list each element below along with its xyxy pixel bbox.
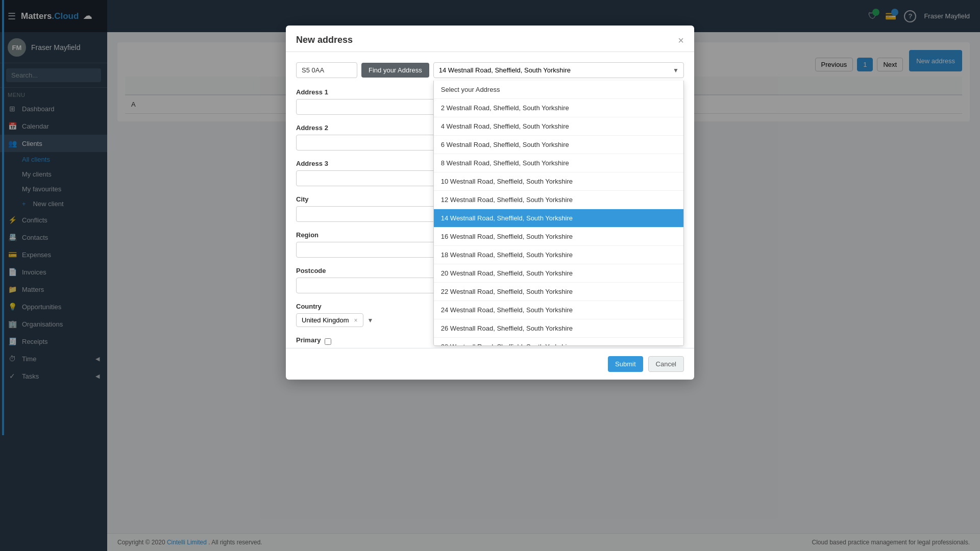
country-value: United Kingdom — [302, 316, 349, 324]
new-address-modal: New address × Find your Address Select y… — [286, 26, 694, 380]
dropdown-item-addr-20[interactable]: 20 Westnall Road, Sheffield, South Yorks… — [434, 264, 683, 283]
modal-body: Find your Address Select your Address 14… — [286, 52, 694, 348]
dropdown-item-addr-24[interactable]: 24 Westnall Road, Sheffield, South Yorks… — [434, 301, 683, 319]
modal-header: New address × — [286, 26, 694, 52]
dropdown-item-addr-18[interactable]: 18 Westnall Road, Sheffield, South Yorks… — [434, 246, 683, 264]
address-finder: Find your Address Select your Address 14… — [296, 62, 684, 78]
primary-label: Primary — [296, 336, 321, 344]
address-dropdown-list: Select your Address2 Westnall Road, Shef… — [433, 81, 684, 346]
primary-checkbox[interactable] — [325, 338, 331, 345]
dropdown-arrow-icon: ▼ — [368, 317, 374, 324]
dropdown-item-addr-22[interactable]: 22 Westnall Road, Sheffield, South Yorks… — [434, 283, 683, 301]
modal-title: New address — [296, 35, 353, 45]
submit-button[interactable]: Submit — [608, 356, 643, 372]
dropdown-item-addr-4[interactable]: 4 Westnall Road, Sheffield, South Yorksh… — [434, 117, 683, 136]
address-select[interactable]: Select your Address 14 Westnall Road, Sh… — [433, 62, 684, 78]
dropdown-item-addr-12[interactable]: 12 Westnall Road, Sheffield, South Yorks… — [434, 191, 683, 209]
postcode-input[interactable] — [296, 62, 357, 78]
cancel-button[interactable]: Cancel — [648, 356, 684, 372]
dropdown-item-addr-14[interactable]: 14 Westnall Road, Sheffield, South Yorks… — [434, 209, 683, 228]
country-remove-icon[interactable]: × — [354, 317, 358, 324]
dropdown-item-addr-16[interactable]: 16 Westnall Road, Sheffield, South Yorks… — [434, 228, 683, 246]
dropdown-item-addr-28[interactable]: 28 Westnall Road, Sheffield, South Yorks… — [434, 338, 683, 346]
dropdown-item-addr-2[interactable]: 2 Westnall Road, Sheffield, South Yorksh… — [434, 99, 683, 117]
country-badge[interactable]: United Kingdom × — [296, 313, 363, 327]
address-select-wrapper: Select your Address 14 Westnall Road, Sh… — [433, 62, 684, 78]
dropdown-item-addr-8[interactable]: 8 Westnall Road, Sheffield, South Yorksh… — [434, 154, 683, 172]
dropdown-item-addr-26[interactable]: 26 Westnall Road, Sheffield, South Yorks… — [434, 319, 683, 338]
dropdown-item-addr-6[interactable]: 6 Westnall Road, Sheffield, South Yorksh… — [434, 136, 683, 154]
modal-close-button[interactable]: × — [678, 35, 684, 45]
dropdown-item-select-placeholder[interactable]: Select your Address — [434, 81, 683, 99]
find-address-button[interactable]: Find your Address — [361, 63, 429, 78]
modal-footer: Submit Cancel — [286, 348, 694, 380]
dropdown-item-addr-10[interactable]: 10 Westnall Road, Sheffield, South Yorks… — [434, 172, 683, 191]
